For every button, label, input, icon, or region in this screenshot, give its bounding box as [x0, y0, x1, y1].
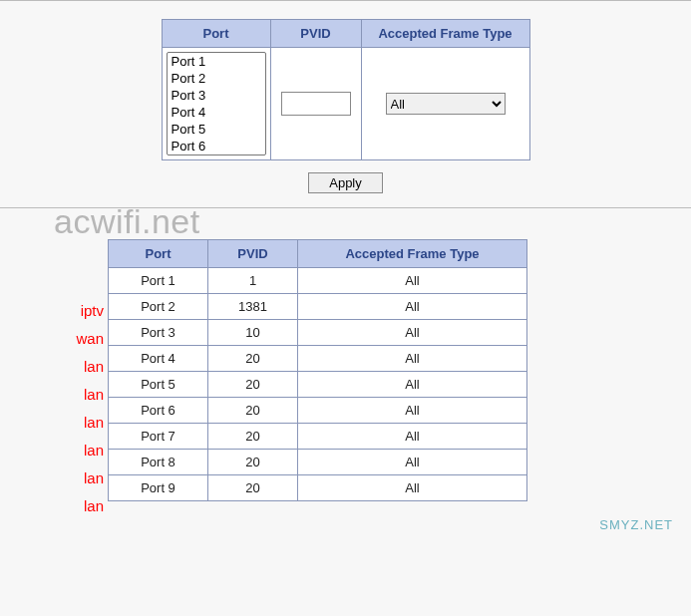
cell-port: Port 4 [109, 346, 208, 372]
table-row: Port 310All [109, 320, 527, 346]
cell-pvid: 1 [208, 268, 298, 294]
cell-pvid: 20 [208, 475, 298, 501]
data-header-port: Port [109, 240, 208, 268]
cell-pvid: 20 [208, 372, 298, 398]
cell-port: Port 2 [109, 294, 208, 320]
data-header-frame: Accepted Frame Type [298, 240, 527, 268]
table-row: Port 720All [109, 424, 527, 450]
cell-frame: All [298, 268, 527, 294]
annotation-label: lan [60, 353, 104, 381]
cell-port: Port 1 [109, 268, 208, 294]
cell-frame: All [298, 346, 527, 372]
cell-pvid: 10 [208, 320, 298, 346]
port-option[interactable]: Port 3 [168, 87, 265, 104]
annotation-label: lan [60, 409, 104, 437]
annotation-label [60, 269, 104, 297]
table-row: Port 520All [109, 372, 527, 398]
table-row: Port 21381All [109, 294, 527, 320]
config-section: Port PVID Accepted Frame Type Port 1Port… [0, 0, 691, 208]
table-row: Port 820All [109, 450, 527, 475]
annotation-label: lan [60, 437, 104, 464]
cell-frame: All [298, 320, 527, 346]
frame-type-select[interactable]: All [386, 93, 506, 115]
cell-frame: All [298, 372, 527, 398]
annotation-label: lan [60, 381, 104, 409]
cell-port: Port 5 [109, 372, 208, 398]
header-port: Port [162, 20, 270, 48]
table-row: Port 920All [109, 475, 527, 501]
port-option[interactable]: Port 5 [168, 121, 265, 138]
cell-port: Port 6 [109, 398, 208, 424]
pvid-input[interactable] [281, 92, 351, 116]
data-header-pvid: PVID [208, 240, 298, 268]
annotation-label: lan [60, 492, 104, 520]
header-frame: Accepted Frame Type [361, 20, 529, 48]
port-select[interactable]: Port 1Port 2Port 3Port 4Port 5Port 6 [167, 52, 266, 155]
port-option[interactable]: Port 2 [168, 70, 265, 87]
cell-pvid: 20 [208, 450, 298, 475]
cell-pvid: 20 [208, 424, 298, 450]
cell-pvid: 20 [208, 398, 298, 424]
apply-button[interactable]: Apply [308, 172, 383, 193]
cell-pvid: 1381 [208, 294, 298, 320]
cell-port: Port 7 [109, 424, 208, 450]
port-option[interactable]: Port 1 [168, 53, 265, 70]
config-table: Port PVID Accepted Frame Type Port 1Port… [162, 19, 530, 160]
cell-frame: All [298, 424, 527, 450]
annotation-label: iptv [60, 297, 104, 325]
pvid-data-table: Port PVID Accepted Frame Type Port 11All… [108, 239, 527, 501]
row-annotations: iptvwanlanlanlanlanlanlan [60, 239, 104, 520]
port-option[interactable]: Port 6 [168, 138, 265, 154]
cell-port: Port 9 [109, 475, 208, 501]
annotation-label: wan [60, 325, 104, 353]
cell-frame: All [298, 475, 527, 501]
header-pvid: PVID [270, 20, 361, 48]
cell-frame: All [298, 294, 527, 320]
port-option[interactable]: Port 4 [168, 104, 265, 121]
cell-port: Port 3 [109, 320, 208, 346]
table-row: Port 620All [109, 398, 527, 424]
cell-frame: All [298, 450, 527, 475]
cell-frame: All [298, 398, 527, 424]
cell-port: Port 8 [109, 450, 208, 475]
table-row: Port 420All [109, 346, 527, 372]
annotation-label: lan [60, 464, 104, 492]
cell-pvid: 20 [208, 346, 298, 372]
table-row: Port 11All [109, 268, 527, 294]
